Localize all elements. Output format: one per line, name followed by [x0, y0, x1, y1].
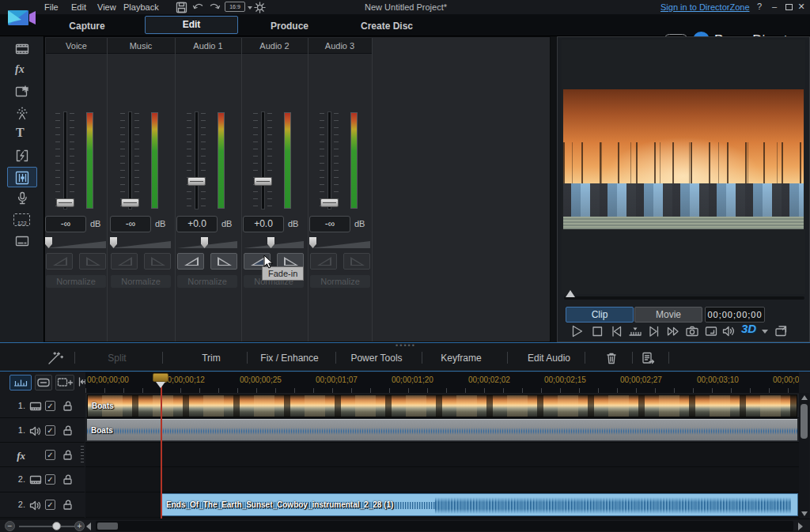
keyframe-button[interactable]: Keyframe — [441, 353, 481, 364]
delete-trash-icon[interactable] — [604, 350, 619, 366]
fade-in-button[interactable] — [177, 253, 204, 270]
track-grip-dots[interactable] — [81, 446, 84, 463]
playhead-marker[interactable] — [153, 373, 168, 382]
scroll-left-icon[interactable] — [86, 523, 91, 530]
scroll-down-icon[interactable] — [801, 511, 808, 516]
3d-dropdown-caret-icon[interactable] — [762, 330, 768, 334]
pan-slider[interactable] — [111, 241, 171, 248]
track-enable-checkbox[interactable]: ✓ — [45, 425, 55, 436]
db-value-field[interactable]: -∞ — [110, 216, 151, 232]
timeline-view-button[interactable] — [9, 375, 32, 391]
maximize-button[interactable] — [785, 4, 793, 10]
close-button[interactable]: ✕ — [796, 2, 807, 12]
pan-slider[interactable] — [310, 241, 370, 248]
scroll-up-icon[interactable] — [801, 395, 808, 400]
trim-button[interactable]: Trim — [202, 353, 221, 364]
volume-slider-handle[interactable] — [56, 198, 74, 207]
zoom-out-button[interactable]: − — [5, 521, 15, 531]
snapshot-camera-button[interactable] — [684, 323, 700, 339]
track-lock-icon[interactable] — [62, 499, 74, 511]
media-room-icon[interactable] — [13, 40, 31, 58]
zoom-in-button[interactable]: + — [74, 521, 85, 531]
volume-slider-track[interactable] — [63, 111, 67, 209]
track-content-video2[interactable] — [85, 467, 799, 492]
db-value-field[interactable]: +0.0 — [176, 216, 218, 232]
volume-slider-track[interactable] — [261, 111, 265, 209]
track-manager-button[interactable] — [55, 375, 74, 391]
menu-file[interactable]: File — [44, 2, 59, 12]
save-icon[interactable] — [175, 1, 188, 13]
pan-slider-handle[interactable] — [110, 237, 117, 248]
db-value-field[interactable]: -∞ — [45, 216, 86, 232]
aspect-caret-icon[interactable] — [248, 6, 252, 9]
vertical-scroll-thumb[interactable] — [801, 404, 808, 439]
fade-in-button[interactable] — [111, 253, 138, 270]
stop-button[interactable] — [589, 323, 605, 339]
zoom-slider-handle[interactable] — [52, 522, 61, 530]
dock-viewer-button[interactable] — [773, 323, 789, 339]
volume-slider-handle[interactable] — [254, 177, 272, 186]
fade-in-button[interactable] — [310, 253, 337, 270]
volume-slider-track[interactable] — [327, 111, 331, 209]
title-room-icon[interactable]: T — [16, 126, 33, 143]
redo-icon[interactable] — [208, 1, 221, 13]
play-button[interactable] — [569, 323, 585, 339]
subtitle-room-icon[interactable] — [13, 232, 31, 250]
panel-resize-handle[interactable]: ••••• — [396, 343, 416, 348]
volume-slider-handle[interactable] — [320, 198, 339, 207]
power-tools-button[interactable]: Power Tools — [350, 353, 402, 364]
edit-audio-button[interactable]: Edit Audio — [528, 353, 570, 364]
track-enable-checkbox[interactable]: ✓ — [45, 474, 55, 485]
db-value-field[interactable]: +0.0 — [243, 216, 284, 232]
tab-create-disc[interactable]: Create Disc — [361, 21, 413, 32]
undo-icon[interactable] — [191, 1, 205, 13]
fade-out-button[interactable] — [343, 253, 370, 270]
volume-slider-handle[interactable] — [121, 198, 139, 207]
tab-edit[interactable]: Edit — [145, 16, 238, 34]
chapter-room-icon[interactable]: 123 — [13, 211, 31, 228]
scroll-right-icon[interactable] — [798, 523, 803, 530]
storyboard-view-button[interactable] — [35, 375, 52, 391]
track-enable-checkbox[interactable]: ✓ — [45, 401, 55, 411]
fast-forward-button[interactable] — [665, 323, 681, 339]
playhead-triangle-icon[interactable] — [156, 382, 165, 388]
volume-slider-track[interactable] — [195, 111, 199, 209]
track-content-fx[interactable] — [85, 443, 799, 467]
normalize-button[interactable]: Normalize — [46, 275, 106, 288]
seek-handle[interactable] — [566, 290, 575, 297]
voiceover-room-icon[interactable] — [13, 190, 31, 207]
track-lock-icon[interactable] — [62, 449, 74, 461]
track-lock-icon[interactable] — [62, 474, 74, 485]
tab-capture[interactable]: Capture — [69, 21, 104, 32]
normalize-button[interactable]: Normalize — [111, 275, 171, 288]
fade-in-button[interactable] — [46, 253, 73, 270]
settings-gear-icon[interactable] — [253, 1, 267, 13]
produce-range-icon[interactable] — [640, 350, 656, 366]
vertical-scrollbar[interactable] — [799, 393, 809, 519]
horizontal-scroll-thumb[interactable] — [97, 523, 118, 530]
video-clip-boats[interactable]: Boats — [87, 394, 797, 417]
audio-mixing-room-icon[interactable] — [13, 169, 31, 187]
timecode-field[interactable]: 00;00;00;00 — [705, 307, 765, 323]
volume-slider-track[interactable] — [128, 111, 132, 209]
magic-wand-icon[interactable] — [46, 351, 63, 367]
pan-slider-handle[interactable] — [45, 237, 52, 248]
zoom-slider-track[interactable] — [19, 526, 76, 527]
previous-frame-button[interactable] — [608, 323, 624, 339]
track-enable-checkbox[interactable]: ✓ — [45, 450, 55, 460]
signin-directorzone-link[interactable]: Sign in to DirectorZone — [660, 2, 750, 12]
horizontal-scrollbar[interactable] — [96, 521, 793, 531]
track-enable-checkbox[interactable]: ✓ — [45, 500, 55, 510]
menu-playback[interactable]: Playback — [123, 2, 159, 12]
movie-mode-button[interactable]: Movie — [634, 307, 702, 323]
clip-mode-button[interactable]: Clip — [566, 307, 634, 323]
preview-seek-bar[interactable] — [564, 296, 804, 300]
aspect-ratio-selector[interactable]: 16:9 — [225, 2, 245, 12]
volume-slider-handle[interactable] — [187, 177, 206, 186]
fade-out-button[interactable] — [210, 253, 237, 270]
3d-mode-button[interactable]: 3D — [741, 322, 756, 335]
normalize-button[interactable]: Normalize — [310, 275, 370, 288]
track-lock-icon[interactable] — [62, 400, 74, 412]
pan-slider[interactable] — [46, 241, 106, 248]
help-button[interactable]: ? — [754, 2, 765, 11]
